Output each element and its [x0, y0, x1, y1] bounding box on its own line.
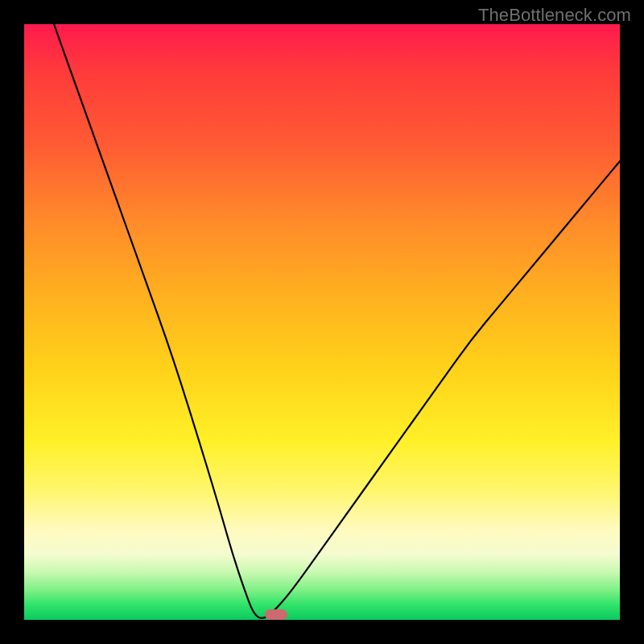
watermark-text: TheBottleneck.com: [478, 5, 631, 26]
plot-area: [24, 24, 620, 620]
bottleneck-curve: [24, 24, 620, 620]
chart-frame: TheBottleneck.com: [0, 0, 644, 644]
curve-path: [54, 24, 620, 618]
minimum-marker: [265, 609, 287, 620]
